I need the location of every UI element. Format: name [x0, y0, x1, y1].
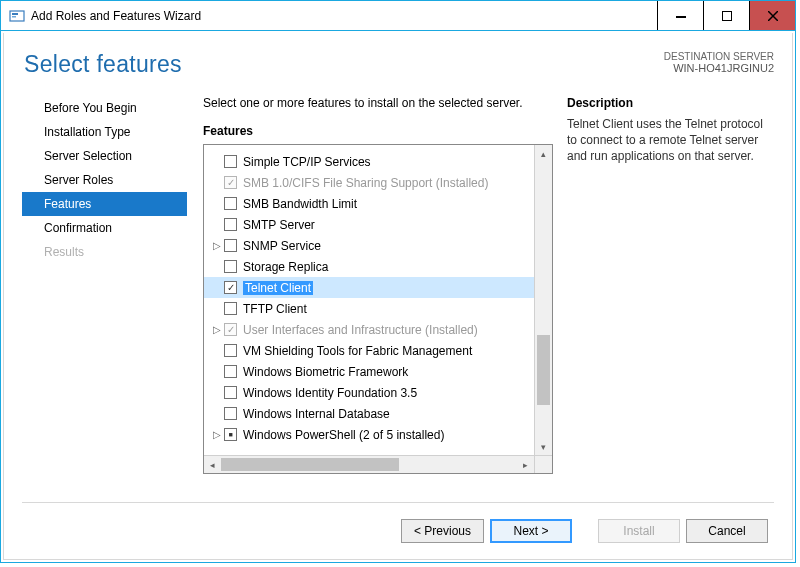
instruction-text: Select one or more features to install o…	[203, 96, 553, 110]
expand-icon: ▷	[210, 345, 224, 356]
feature-row[interactable]: ▷Telnet Client	[204, 277, 534, 298]
cancel-button[interactable]: Cancel	[686, 519, 768, 543]
feature-row[interactable]: ▷SMB 1.0/CIFS File Sharing Support (Inst…	[204, 172, 534, 193]
feature-checkbox[interactable]	[224, 344, 237, 357]
feature-row[interactable]: ▷Windows Biometric Framework	[204, 361, 534, 382]
features-label: Features	[203, 124, 553, 138]
scroll-right-icon[interactable]: ▸	[517, 460, 534, 470]
feature-row[interactable]: ▷Windows Internal Database	[204, 403, 534, 424]
feature-checkbox[interactable]	[224, 407, 237, 420]
feature-row[interactable]: ▷SNMP Service	[204, 235, 534, 256]
feature-row[interactable]: ▷Windows PowerShell (2 of 5 installed)	[204, 424, 534, 445]
feature-row[interactable]: ▷SMTP Server	[204, 214, 534, 235]
destination-value: WIN-HO41JRGINU2	[673, 62, 774, 74]
page-title: Select features	[24, 51, 182, 78]
minimize-button[interactable]	[657, 1, 703, 30]
description-label: Description	[567, 96, 770, 110]
window-title: Add Roles and Features Wizard	[31, 9, 657, 23]
scroll-thumb[interactable]	[537, 335, 550, 405]
features-listbox: ▷Simple TCP/IP Services▷SMB 1.0/CIFS Fil…	[203, 144, 553, 474]
feature-checkbox	[224, 176, 237, 189]
titlebar: Add Roles and Features Wizard	[1, 1, 795, 31]
svg-rect-3	[676, 16, 686, 18]
close-button[interactable]	[749, 1, 795, 30]
wizard-step[interactable]: Features	[22, 192, 187, 216]
feature-row[interactable]: ▷TFTP Client	[204, 298, 534, 319]
expand-icon[interactable]: ▷	[210, 324, 224, 335]
expand-icon: ▷	[210, 387, 224, 398]
feature-label: Storage Replica	[243, 260, 328, 274]
scroll-left-icon[interactable]: ◂	[204, 460, 221, 470]
feature-row[interactable]: ▷User Interfaces and Infrastructure (Ins…	[204, 319, 534, 340]
close-icon	[768, 11, 778, 21]
wizard-window: Add Roles and Features Wizard Select fea…	[0, 0, 796, 563]
feature-checkbox[interactable]	[224, 260, 237, 273]
svg-rect-4	[722, 11, 732, 21]
feature-row[interactable]: ▷VM Shielding Tools for Fabric Managemen…	[204, 340, 534, 361]
expand-icon: ▷	[210, 177, 224, 188]
client-area: Select features DESTINATION SERVER WIN-H…	[3, 33, 793, 560]
scroll-corner	[534, 456, 552, 473]
destination-server: DESTINATION SERVER WIN-HO41JRGINU2	[664, 51, 774, 74]
feature-label: Windows Biometric Framework	[243, 365, 408, 379]
feature-checkbox[interactable]	[224, 218, 237, 231]
feature-row[interactable]: ▷Storage Replica	[204, 256, 534, 277]
vertical-scrollbar[interactable]: ▴ ▾	[534, 145, 552, 455]
expand-icon: ▷	[210, 408, 224, 419]
feature-label: Telnet Client	[243, 281, 313, 295]
feature-checkbox[interactable]	[224, 386, 237, 399]
expand-icon: ▷	[210, 156, 224, 167]
features-list[interactable]: ▷Simple TCP/IP Services▷SMB 1.0/CIFS Fil…	[204, 145, 534, 455]
feature-row[interactable]: ▷Windows Identity Foundation 3.5	[204, 382, 534, 403]
previous-button[interactable]: < Previous	[401, 519, 484, 543]
expand-icon: ▷	[210, 219, 224, 230]
expand-icon: ▷	[210, 198, 224, 209]
maximize-icon	[722, 11, 732, 21]
svg-rect-2	[12, 16, 16, 18]
feature-label: Windows PowerShell (2 of 5 installed)	[243, 428, 444, 442]
feature-label: SNMP Service	[243, 239, 321, 253]
feature-checkbox[interactable]	[224, 155, 237, 168]
next-button[interactable]: Next >	[490, 519, 572, 543]
feature-checkbox[interactable]	[224, 197, 237, 210]
expand-icon: ▷	[210, 303, 224, 314]
wizard-footer: < Previous Next > Install Cancel	[22, 502, 774, 559]
app-icon	[9, 8, 25, 24]
feature-label: SMB Bandwidth Limit	[243, 197, 357, 211]
destination-label: DESTINATION SERVER	[664, 51, 774, 62]
feature-label: TFTP Client	[243, 302, 307, 316]
feature-label: SMTP Server	[243, 218, 315, 232]
scroll-down-icon[interactable]: ▾	[535, 438, 552, 455]
feature-checkbox[interactable]	[224, 428, 237, 441]
wizard-step[interactable]: Server Roles	[22, 168, 187, 192]
hscroll-thumb[interactable]	[221, 458, 399, 471]
description-text: Telnet Client uses the Telnet protocol t…	[567, 116, 770, 165]
wizard-step[interactable]: Before You Begin	[22, 96, 187, 120]
minimize-icon	[676, 11, 686, 21]
wizard-step[interactable]: Installation Type	[22, 120, 187, 144]
install-button: Install	[598, 519, 680, 543]
expand-icon[interactable]: ▷	[210, 429, 224, 440]
feature-checkbox[interactable]	[224, 365, 237, 378]
feature-checkbox	[224, 323, 237, 336]
expand-icon: ▷	[210, 282, 224, 293]
maximize-button[interactable]	[703, 1, 749, 30]
expand-icon[interactable]: ▷	[210, 240, 224, 251]
feature-row[interactable]: ▷SMB Bandwidth Limit	[204, 193, 534, 214]
feature-label: Simple TCP/IP Services	[243, 155, 371, 169]
feature-row[interactable]: ▷Simple TCP/IP Services	[204, 151, 534, 172]
expand-icon: ▷	[210, 261, 224, 272]
feature-label: VM Shielding Tools for Fabric Management	[243, 344, 472, 358]
feature-checkbox[interactable]	[224, 239, 237, 252]
horizontal-scrollbar[interactable]: ◂ ▸	[204, 455, 552, 473]
feature-label: SMB 1.0/CIFS File Sharing Support (Insta…	[243, 176, 488, 190]
wizard-step[interactable]: Confirmation	[22, 216, 187, 240]
wizard-steps: Before You BeginInstallation TypeServer …	[22, 96, 187, 496]
scroll-up-icon[interactable]: ▴	[535, 145, 552, 162]
expand-icon: ▷	[210, 366, 224, 377]
feature-label: Windows Internal Database	[243, 407, 390, 421]
feature-checkbox[interactable]	[224, 281, 237, 294]
wizard-step[interactable]: Server Selection	[22, 144, 187, 168]
feature-label: User Interfaces and Infrastructure (Inst…	[243, 323, 478, 337]
feature-checkbox[interactable]	[224, 302, 237, 315]
